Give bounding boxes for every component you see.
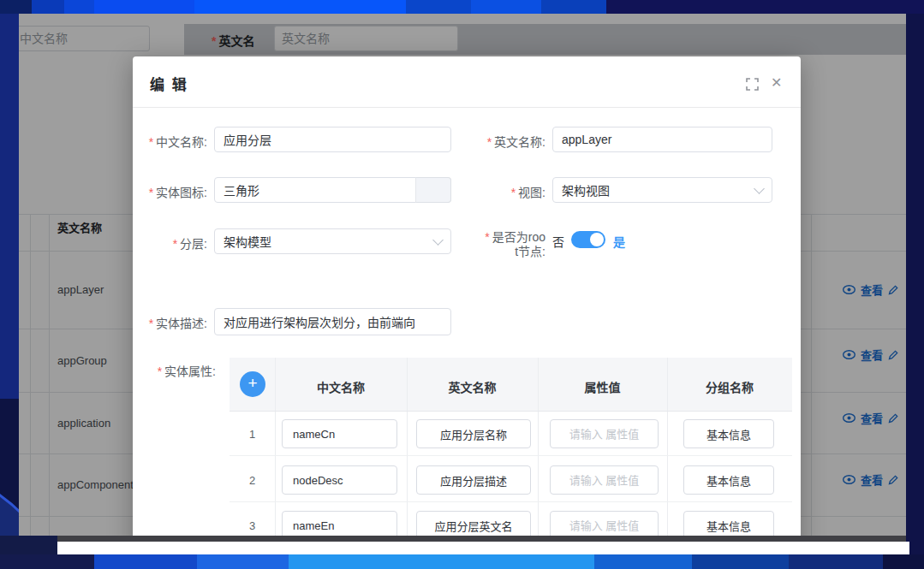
is-root-label: *是否为root节点: [483,230,545,259]
wallpaper-bottom-strip [0,554,924,569]
required-asterisk: * [487,135,492,149]
is-root-toggle[interactable] [571,231,605,248]
attr-group-input[interactable] [683,419,774,448]
wallpaper-bottom-left-corner [0,536,57,554]
icon-picker-append[interactable] [415,177,451,203]
edit-dialog: 编 辑 ✕ *中文名称: *英文名称: *实体图标: *视图: *分层: *是否… [133,56,801,569]
view-select[interactable] [552,177,772,203]
name-cn-label: *中文名称: [133,133,207,150]
required-asterisk: * [485,230,489,244]
required-asterisk: * [149,317,153,330]
view-label: *视图: [467,183,545,200]
table-border [230,501,792,502]
attr-name-cn-input[interactable] [282,419,397,448]
wallpaper-right-strip [906,14,924,554]
name-en-input[interactable] [552,127,772,152]
attr-row-index: 1 [230,428,275,441]
attr-row-index: 2 [230,474,275,487]
required-asterisk: * [149,135,153,149]
attr-name-en-input[interactable] [416,419,531,448]
entity-icon-label: *实体图标: [133,183,207,200]
attr-name-cn-input[interactable] [282,465,397,495]
attr-col-header: 属性值 [538,378,667,395]
required-asterisk: * [158,365,162,378]
attr-row-index: 3 [230,519,275,532]
attr-group-input[interactable] [683,465,774,495]
attr-col-header: 中文名称 [275,378,407,395]
entity-desc-input[interactable] [214,308,451,335]
viewport-bottom-edge [19,536,906,542]
entity-desc-label: *实体描述: [133,314,207,331]
required-asterisk: * [511,186,516,199]
name-en-label: *英文名称: [467,133,545,150]
required-asterisk: * [173,237,177,251]
add-attribute-button[interactable]: + [240,371,265,397]
toggle-off-label: 否 [552,233,564,250]
table-border [230,411,792,412]
attr-col-header: 分组名称 [667,378,792,395]
toggle-on-label: 是 [613,233,625,250]
attr-value-input[interactable] [550,419,659,448]
entity-attrs-label: *实体属性: [133,362,216,379]
toggle-knob [590,233,604,246]
required-asterisk: * [149,186,153,199]
wallpaper-top-strip [0,0,924,14]
divider [133,107,801,108]
attr-name-en-input[interactable] [416,465,531,495]
name-cn-input[interactable] [214,127,451,152]
wallpaper-left-strip [0,14,19,399]
browser-bottom-strip [19,542,909,554]
table-border [230,455,792,456]
layer-select[interactable] [214,228,451,254]
layer-label: *分层: [133,234,207,252]
attr-value-input[interactable] [550,465,659,495]
close-icon[interactable]: ✕ [771,74,782,91]
fullscreen-icon[interactable] [746,78,759,91]
dialog-title: 编 辑 [150,73,188,94]
attr-col-header: 英文名称 [407,378,538,395]
